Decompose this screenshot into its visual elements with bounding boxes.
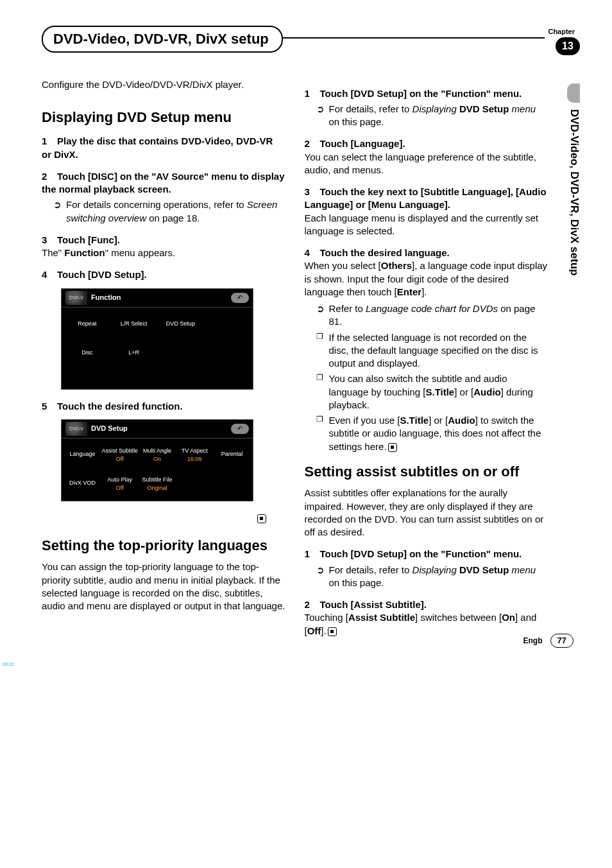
left-step-4: 4Touch [DVD Setup].	[42, 268, 285, 281]
menu-item	[204, 339, 250, 367]
menu-item	[158, 339, 204, 367]
right-step-3-body: Each language menu is displayed and the …	[305, 212, 548, 238]
menu-item: Language	[64, 441, 101, 469]
right-step-1-ref: For details, refer to Displaying DVD Set…	[316, 103, 548, 129]
left-step-3-body: The" Function" menu appears.	[42, 247, 285, 259]
menu-item: Parental	[214, 441, 250, 469]
back-icon: ↶	[231, 424, 249, 434]
dvd-setup-screenshot: DVD-V 00:23 DVD Setup ↶ Language Assist …	[61, 419, 253, 501]
assist-step-2-body: Touching [Assist Subtitle] switches betw…	[305, 611, 548, 638]
menu-item: Subtitle FileOriginal	[139, 470, 175, 498]
menu-item	[204, 310, 250, 338]
menu-item: L+R	[111, 339, 157, 367]
page-footer: Engb 77	[523, 634, 574, 648]
right-step-4-note1: If the selected language is not recorded…	[316, 331, 548, 370]
assist-step-1-ref: For details, refer to Displaying DVD Set…	[316, 564, 548, 590]
heading-displaying-setup: Displaying DVD Setup menu	[42, 109, 285, 126]
priority-body: You can assign the top-priority language…	[42, 560, 285, 612]
right-step-2-body: You can select the language preference o…	[305, 151, 548, 177]
assist-step-1: 1Touch [DVD Setup] on the "Function" men…	[305, 548, 548, 560]
page-number: 77	[550, 634, 574, 648]
left-step-3: 3Touch [Func].	[42, 234, 285, 247]
right-step-1: 1Touch [DVD Setup] on the "Function" men…	[305, 87, 548, 100]
heading-assist-subtitles: Setting assist subtitles on or off	[305, 464, 548, 480]
left-step-1: 1Play the disc that contains DVD-Video, …	[42, 135, 285, 161]
right-step-4-body: When you select [Others], a language cod…	[305, 259, 548, 299]
right-step-3: 3Touch the key next to [Subtitle Languag…	[305, 186, 548, 212]
menu-item: TV Aspect16:09	[176, 441, 213, 469]
left-column: Configure the DVD-Video/DVD-VR/DivX play…	[42, 78, 285, 641]
function-menu-screenshot: DVD-V 00:22 Function ↶ Repeat L/R Select…	[61, 288, 253, 390]
right-step-4-note2: You can also switch the subtitle and aud…	[316, 372, 548, 412]
menu-item: Assist SubtitleOff	[101, 441, 138, 469]
left-step-2-ref: For details concerning operations, refer…	[53, 198, 285, 225]
right-step-4-note3: Even if you use [S.Title] or [Audio] to …	[316, 414, 548, 453]
footer-language: Engb	[523, 636, 543, 646]
screenshot-title: DVD Setup	[91, 424, 231, 433]
right-step-2: 2Touch [Language].	[305, 137, 548, 150]
right-column: 1Touch [DVD Setup] on the "Function" men…	[305, 78, 548, 641]
menu-item: Auto PlayOff	[101, 470, 138, 498]
menu-item	[214, 470, 250, 498]
menu-item: DivX VOD	[64, 470, 101, 498]
intro-text: Configure the DVD-Video/DVD-VR/DivX play…	[42, 78, 285, 91]
page-title: DVD-Video, DVD-VR, DivX setup	[42, 26, 283, 53]
menu-item: Disc	[64, 339, 110, 367]
heading-priority-languages: Setting the top-priority languages	[42, 537, 285, 554]
page-header: DVD-Video, DVD-VR, DivX setup	[42, 26, 545, 53]
disc-icon: DVD-V 00:23	[65, 422, 87, 436]
menu-item: Multi AngleOn	[139, 441, 175, 469]
disc-icon: DVD-V 00:22	[65, 291, 87, 305]
screenshot-title: Function	[91, 293, 231, 302]
right-step-4-ref: Refer to Language code chart for DVDs on…	[316, 302, 548, 329]
menu-item: DVD Setup	[158, 310, 204, 338]
right-step-4: 4Touch the desired language.	[305, 247, 548, 259]
side-section-title: DVD-Video, DVD-VR, DivX setup	[566, 109, 581, 275]
assist-body: Assist subtitles offer explanations for …	[305, 487, 548, 539]
menu-item	[176, 470, 213, 498]
section-end-icon	[257, 514, 266, 523]
menu-item: L/R Select	[111, 310, 157, 338]
chapter-number-badge: 13	[556, 37, 580, 55]
left-step-2: 2Touch [DISC] on the "AV Source" menu to…	[42, 170, 285, 196]
assist-step-2: 2Touch [Assist Subtitle].	[305, 598, 548, 611]
side-tab	[567, 83, 580, 103]
left-step-5: 5Touch the desired function.	[42, 400, 285, 413]
menu-item: Repeat	[64, 310, 110, 338]
chapter-label: Chapter	[548, 27, 575, 37]
section-end-icon	[328, 627, 337, 636]
section-end-icon	[388, 443, 397, 452]
back-icon: ↶	[231, 293, 249, 303]
